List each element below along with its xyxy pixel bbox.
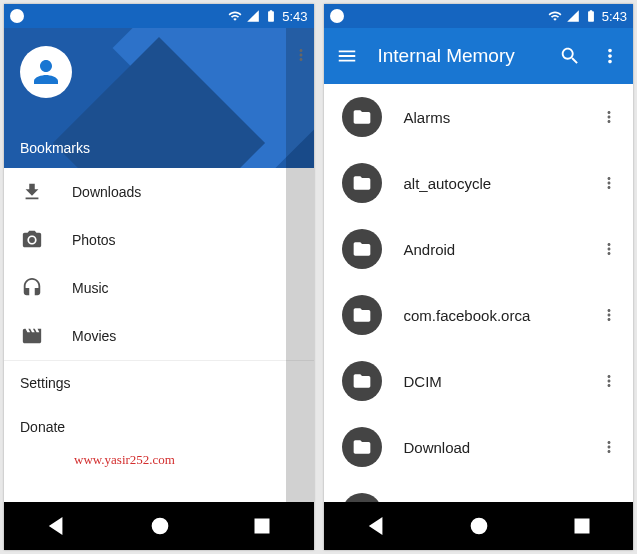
folder-icon [342,361,382,401]
status-bar: 5:43 [324,4,634,28]
status-bar: 5:43 [4,4,314,28]
list-item[interactable]: alt_autocycle [324,150,634,216]
folder-name: DCIM [404,373,598,390]
folder-icon [342,163,382,203]
list-item[interactable]: com.facebook.orca [324,282,634,348]
status-time: 5:43 [282,9,307,24]
drawer-item-label: Movies [72,328,116,344]
signal-icon [566,9,580,23]
folder-name: Alarms [404,109,598,126]
row-more-button[interactable] [597,108,621,126]
phone-left: 5:43 Bookmarks Downloads Photos Music Mo… [4,4,314,550]
search-icon[interactable] [559,45,581,67]
list-item[interactable]: DCIM [324,348,634,414]
row-more-button[interactable] [597,438,621,456]
folder-icon [342,97,382,137]
status-time: 5:43 [602,9,627,24]
folder-icon [342,229,382,269]
menu-icon[interactable] [336,45,358,67]
nav-bar [4,502,314,550]
firefox-icon [330,9,344,23]
svg-rect-2 [256,519,269,532]
wifi-icon [228,9,242,23]
folder-icon [342,493,382,502]
row-more-button[interactable] [597,306,621,324]
folder-icon [342,427,382,467]
nav-home-icon[interactable] [469,516,489,536]
drawer-item-music[interactable]: Music [4,264,314,312]
nav-back-icon[interactable] [365,515,387,537]
drawer-item-label: Music [72,280,109,296]
more-vert-icon[interactable] [599,45,621,67]
nav-back-icon[interactable] [45,515,67,537]
drawer-item-downloads[interactable]: Downloads [4,168,314,216]
folder-icon [342,295,382,335]
svg-point-0 [29,237,35,243]
folder-list: Alarms alt_autocycle Android com.faceboo… [324,84,634,502]
movie-icon [20,324,44,348]
drawer-donate[interactable]: Donate [4,405,314,449]
drawer-header: Bookmarks [4,28,314,168]
battery-icon [264,9,278,23]
avatar[interactable] [20,46,72,98]
wifi-icon [548,9,562,23]
row-more-button[interactable] [597,240,621,258]
folder-name: com.facebook.orca [404,307,598,324]
row-more-button[interactable] [597,372,621,390]
drawer-item-label: Photos [72,232,116,248]
folder-name: Download [404,439,598,456]
headphones-icon [20,276,44,300]
nav-home-icon[interactable] [150,516,170,536]
person-icon [28,54,64,90]
nav-recent-icon[interactable] [252,516,272,536]
watermark: www.yasir252.com [74,452,175,468]
download-icon [20,180,44,204]
list-item[interactable]: Movies [324,480,634,502]
list-item[interactable]: Alarms [324,84,634,150]
svg-point-1 [152,519,167,534]
svg-point-3 [472,519,487,534]
folder-name: alt_autocycle [404,175,598,192]
app-bar: Internal Memory [324,28,634,84]
camera-icon [20,228,44,252]
page-title: Internal Memory [378,45,560,67]
folder-name: Android [404,241,598,258]
svg-rect-4 [575,519,588,532]
drawer-subtitle: Bookmarks [20,140,90,156]
drawer-item-movies[interactable]: Movies [4,312,314,360]
firefox-icon [10,9,24,23]
nav-recent-icon[interactable] [572,516,592,536]
phone-right: 5:43 Internal Memory Alarms alt_autocycl… [324,4,634,550]
signal-icon [246,9,260,23]
drawer-item-label: Downloads [72,184,141,200]
drawer-item-photos[interactable]: Photos [4,216,314,264]
battery-icon [584,9,598,23]
row-more-button[interactable] [597,174,621,192]
list-item[interactable]: Android [324,216,634,282]
drawer-settings[interactable]: Settings [4,360,314,405]
nav-bar [324,502,634,550]
list-item[interactable]: Download [324,414,634,480]
